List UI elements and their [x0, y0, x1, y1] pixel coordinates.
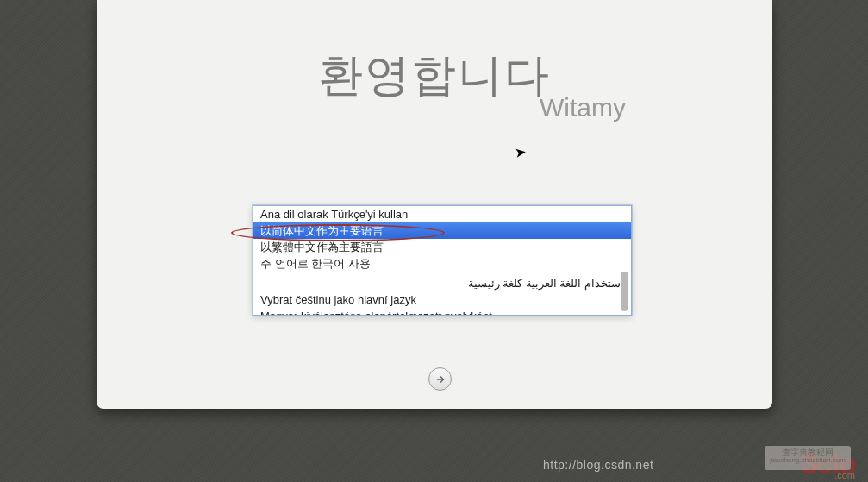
language-option[interactable]: Magyar kiválasztása alapértelmezett nyel…	[253, 308, 631, 315]
language-option[interactable]: 주 언어로 한국어 사용	[253, 255, 631, 272]
language-listbox[interactable]: Ana dil olarak Türkçe'yi kullan以简体中文作为主要…	[253, 205, 632, 316]
language-option[interactable]: Ana dil olarak Türkçe'yi kullan	[253, 206, 631, 222]
watermark-stamp: 查字典教程网 jiaocheng.chazidian.com	[765, 446, 851, 470]
welcome-heading-small: Witamy	[97, 93, 772, 122]
language-option[interactable]: Vybrat češtinu jako hlavní jazyk	[253, 291, 631, 308]
language-option[interactable]: 以繁體中文作為主要語言	[253, 239, 631, 255]
language-option[interactable]: 以简体中文作为主要语言	[253, 222, 631, 239]
scrollbar[interactable]	[620, 208, 629, 313]
language-option[interactable]: استخدام اللغة العربية كلغة رئيسية	[253, 275, 631, 291]
arrow-right-icon	[434, 373, 446, 385]
scroll-thumb[interactable]	[621, 272, 628, 311]
watermark-url: http://blog.csdn.net	[543, 458, 653, 472]
setup-assistant-panel: 환영합니다 Witamy ➤ Ana dil olarak Türkçe'yi …	[97, 0, 772, 409]
continue-button[interactable]	[428, 367, 452, 391]
cursor-icon: ➤	[514, 143, 528, 161]
